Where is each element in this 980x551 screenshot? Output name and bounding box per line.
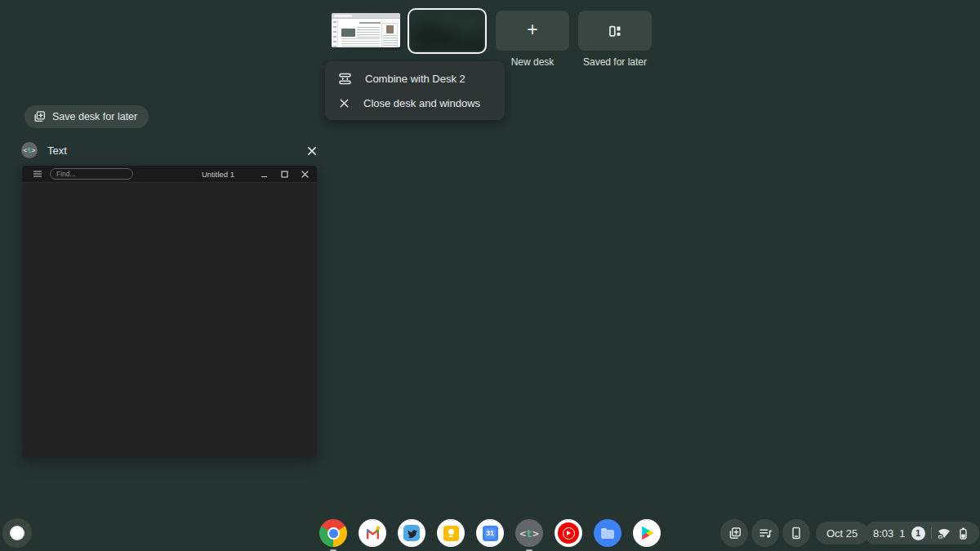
combine-desks-icon [338, 72, 352, 86]
date-pill[interactable]: Oct 25 [816, 522, 868, 544]
save-desk-for-later-button[interactable]: Save desk for later [24, 105, 149, 128]
shelf-icon-calendar[interactable]: 31 [476, 519, 504, 547]
notification-counter-badge: 1 [911, 527, 925, 540]
close-icon [306, 145, 318, 157]
shelf-icon-play-store[interactable] [633, 519, 661, 547]
play-store-icon [641, 526, 655, 540]
new-desk-button[interactable]: + [496, 11, 569, 51]
chrome-logo-center [327, 527, 340, 540]
close-icon [338, 97, 350, 109]
desks-tray-button[interactable] [720, 519, 748, 547]
window-controls [260, 170, 309, 178]
saved-for-later-button[interactable] [578, 11, 652, 51]
clock-label: 8:03 [873, 527, 893, 540]
save-desk-icon [33, 110, 46, 123]
saved-for-later-label: Saved for later [578, 56, 652, 68]
launcher-icon [10, 526, 24, 540]
shelf-icon-twitter[interactable] [398, 519, 425, 547]
desk-2-thumbnail-active[interactable] [408, 8, 487, 54]
shelf-icon-files[interactable] [594, 519, 621, 547]
youtube-music-icon [558, 522, 579, 544]
overview-window-title: Text [47, 144, 67, 157]
minimize-button[interactable] [260, 170, 268, 178]
menu-hamburger-icon[interactable] [33, 169, 42, 179]
tray-divider [931, 527, 932, 539]
new-desk-label: New desk [496, 56, 569, 68]
find-input[interactable] [50, 168, 133, 180]
menu-item-combine-label: Combine with Desk 2 [365, 73, 466, 85]
desk-context-menu: Combine with Desk 2 Close desk and windo… [325, 61, 505, 120]
launcher-button[interactable] [2, 518, 32, 548]
phone-icon [789, 526, 804, 540]
twitter-icon [403, 525, 420, 541]
files-folder-icon [601, 530, 614, 539]
save-desk-label: Save desk for later [52, 111, 137, 122]
close-button[interactable] [301, 170, 309, 178]
status-tray[interactable]: 8:03 1 1 [864, 522, 979, 544]
desk-2-wallpaper-preview [411, 11, 483, 51]
text-window-titlebar: Untitled 1 [22, 166, 317, 183]
wifi-icon [938, 527, 951, 540]
chromeos-overview-screen: + New desk Saved for later Combine with … [0, 0, 980, 551]
desk-1-browser-preview [332, 13, 400, 47]
calendar-day-number: 31 [485, 528, 496, 539]
shelf-icon-text-app[interactable]: <t> [515, 519, 543, 547]
desk-1-thumbnail[interactable] [329, 11, 403, 51]
menu-item-combine-desks[interactable]: Combine with Desk 2 [325, 66, 505, 91]
date-label: Oct 25 [826, 527, 858, 540]
gmail-icon [364, 525, 381, 542]
menu-item-close-label: Close desk and windows [363, 97, 480, 109]
plus-icon: + [527, 20, 537, 39]
shelf-icon-chrome[interactable] [319, 519, 347, 547]
shelf-icon-youtube-music[interactable] [555, 519, 582, 547]
media-controls-button[interactable] [751, 519, 779, 547]
status-indicator-digit: 1 [899, 527, 905, 540]
calendar-icon: 31 [483, 526, 498, 541]
text-app-icon: <t> [21, 142, 38, 158]
keep-icon [443, 526, 459, 541]
shelf-app-row: 31 <t> [319, 519, 661, 547]
text-window-preview[interactable]: Untitled 1 [22, 166, 317, 457]
maximize-button[interactable] [280, 170, 288, 178]
shelf-icon-keep[interactable] [437, 519, 465, 547]
media-queue-icon [758, 526, 773, 540]
shelf-icon-gmail[interactable] [359, 519, 386, 547]
overview-window-close-button[interactable] [304, 143, 320, 159]
desks-icon [728, 527, 742, 540]
desks-library-icon [608, 24, 622, 38]
battery-icon [956, 527, 970, 540]
phone-hub-button[interactable] [782, 519, 810, 547]
menu-item-close-desk[interactable]: Close desk and windows [325, 91, 505, 115]
text-editor-body [22, 183, 317, 456]
